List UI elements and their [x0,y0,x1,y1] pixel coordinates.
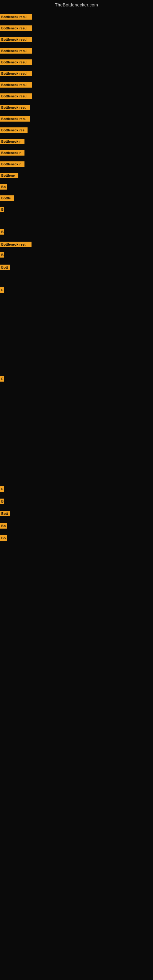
bar-label: Bo [0,535,7,541]
bar-row: Bo [0,184,7,189]
bar-row: Bottleneck res [0,127,27,133]
bar-label: Bottleneck resul [0,25,32,31]
bar-row: Bottleneck r [0,139,24,144]
bar-row: Bo [0,523,7,528]
bar-label: Bo [0,184,7,189]
bar-label: Bott [0,511,10,516]
bar-label: Bottleneck resu [0,116,30,122]
bar-row: Bottleneck resul [0,25,32,31]
bar-row: Bottleneck r [0,161,24,167]
bar-label: Bottleneck rest [0,242,32,247]
bar-label: Bottleneck resul [0,82,32,88]
site-title: TheBottlenecker.com [0,0,153,9]
bar-row: E [0,287,4,293]
bar-label: Bottleneck resul [0,48,32,54]
bar-label: E [0,287,4,293]
bar-label: Bottleneck resul [0,71,32,76]
bar-label: B [0,229,4,235]
bar-label: Bottlene [0,173,18,178]
bar-label: Bottleneck r [0,139,24,144]
bar-label: Bottle [0,196,14,201]
bar-label: Bottleneck resul [0,59,32,65]
bar-row: Bott [0,511,10,516]
bar-label: B [0,252,4,258]
bar-row: Bottleneck resul [0,82,32,88]
bar-row: E [0,376,4,382]
bar-row: Bott [0,265,10,270]
bar-label: Bott [0,265,10,270]
bar-row: Bottleneck resul [0,37,32,42]
bar-row: Bottleneck resul [0,14,32,20]
bar-label: Bottleneck res [0,127,27,133]
bar-row: Bo [0,535,7,541]
bar-row: B [0,229,4,235]
bar-row: E [0,486,4,492]
bar-label: Bottleneck r [0,161,24,167]
bar-label: Bottleneck resul [0,37,32,42]
bar-label: Bottleneck resul [0,14,32,20]
bar-label: E [0,376,4,382]
bar-row: Bottleneck rest [0,242,32,247]
bar-row: Bottleneck resul [0,59,32,65]
bar-row: B [0,252,4,258]
bar-row: B [0,207,4,212]
bar-label: E [0,486,4,492]
bar-row: Bottleneck resul [0,94,32,99]
bar-row: Bottleneck resul [0,48,32,54]
bar-row: Bottleneck resu [0,116,30,122]
bar-row: Bottleneck resul [0,71,32,76]
bar-label: B [0,499,4,504]
bar-label: Bo [0,523,7,528]
bar-row: B [0,499,4,504]
bar-row: Bottleneck r [0,150,24,156]
bar-label: Bottleneck resul [0,94,32,99]
bar-row: Bottleneck resu [0,105,30,110]
bar-row: Bottlene [0,173,18,178]
bar-label: Bottleneck r [0,150,24,156]
bar-row: Bottle [0,196,14,201]
bar-label: Bottleneck resu [0,105,30,110]
bar-label: B [0,207,4,212]
